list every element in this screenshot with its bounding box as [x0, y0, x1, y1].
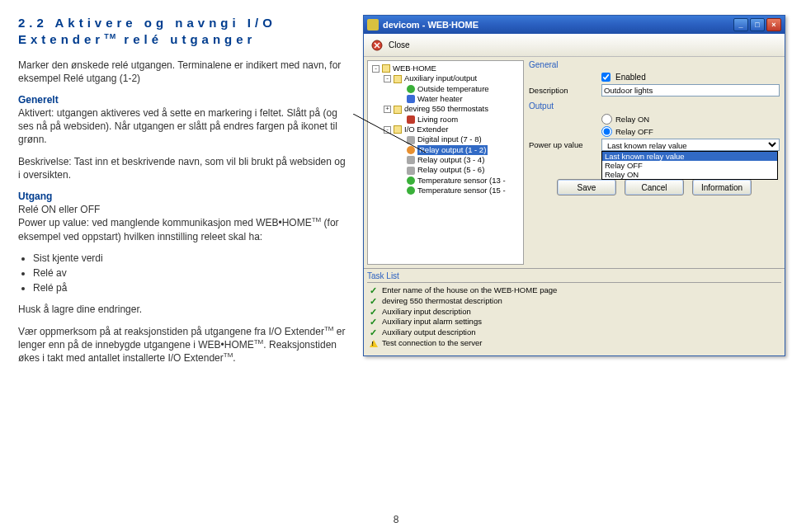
toolbar: Close: [364, 34, 785, 57]
check-icon: ✓: [369, 286, 378, 295]
tree-expand-icon[interactable]: -: [384, 75, 391, 82]
tree-item[interactable]: Living room: [370, 115, 521, 125]
check-icon: ✓: [369, 318, 378, 327]
tree-node-label: Temperature sensor (15 -: [417, 186, 506, 195]
enabled-checkbox[interactable]: [601, 73, 610, 82]
relay-off-radio[interactable]: [601, 126, 612, 137]
general-group-title: General: [529, 60, 780, 69]
task-item[interactable]: ✓Auxiliary output description: [367, 327, 781, 338]
relay-on-radio[interactable]: [601, 114, 612, 125]
task-item[interactable]: ✓Enter name of the house on the WEB·HOME…: [367, 285, 781, 296]
tree-item[interactable]: Temperature sensor (13 -: [370, 176, 521, 186]
generelt-body: Aktivert: utgangen aktiveres ved å sette…: [18, 107, 337, 145]
description-label: Description: [529, 86, 596, 95]
dropdown-option[interactable]: Relay ON: [602, 170, 777, 179]
tree-expand-icon[interactable]: -: [372, 65, 380, 73]
tree-node-icon: [407, 146, 415, 154]
tree-node-icon: [394, 125, 402, 134]
tree-node-label: I/O Extender: [404, 125, 448, 134]
tree-node-icon: [407, 186, 415, 195]
tree-item[interactable]: -WEB·HOME: [370, 64, 521, 73]
page-number: 8: [394, 514, 399, 525]
information-button[interactable]: Information: [692, 179, 752, 195]
dropdown-option[interactable]: Last known relay value: [602, 152, 777, 161]
app-window: devicom - WEB·HOME _ □ × Close -WEB·HOME…: [363, 15, 785, 356]
tree-node-label: Relay output (3 - 4): [417, 155, 484, 165]
tree-item[interactable]: Relay output (3 - 4): [370, 155, 521, 165]
tree-node-icon: [407, 95, 415, 103]
document-left-column: 2.2 Aktivere og navngi I/O ExtenderTM re…: [18, 15, 348, 373]
paragraph-husk: Husk å lagre dine endringer.: [18, 303, 348, 316]
tree-node-label: Living room: [417, 115, 458, 125]
tree-node-label: Relay output (1 - 2): [417, 145, 488, 155]
minimize-button[interactable]: _: [733, 18, 748, 31]
powerup-dropdown-list[interactable]: Last known relay value Relay OFF Relay O…: [601, 151, 778, 180]
note-d: .: [233, 352, 235, 364]
paragraph-beskrivelse: Beskrivelse: Tast inn et beskrivende nav…: [18, 155, 348, 181]
tree-node-label: devireg 550 thermostats: [404, 104, 488, 114]
tree-node-icon: [394, 75, 402, 83]
tree-view[interactable]: -WEB·HOME-Auxiliary input/outputOutside …: [367, 60, 524, 265]
tree-item[interactable]: Relay output (1 - 2): [370, 145, 521, 155]
tm-sup: TM: [224, 351, 233, 359]
list-item: Sist kjente verdi: [33, 252, 348, 265]
tree-node-icon: [407, 115, 415, 124]
task-item[interactable]: ✓devireg 550 thermostat description: [367, 296, 781, 307]
tree-item[interactable]: Digital input (7 - 8): [370, 134, 521, 144]
tree-item[interactable]: -Auxiliary input/output: [370, 73, 521, 83]
tree-node-label: Digital input (7 - 8): [417, 134, 482, 144]
app-icon: [367, 19, 379, 31]
tree-node-icon: [407, 85, 415, 93]
task-label: devireg 550 thermostat description: [382, 296, 502, 307]
close-icon[interactable]: [370, 39, 384, 52]
task-label: Enter name of the house on the WEB·HOME …: [382, 285, 557, 296]
list-item: Relé av: [33, 266, 348, 280]
window-title: devicom - WEB·HOME: [383, 20, 733, 30]
powerup-select[interactable]: Last known relay value: [601, 139, 780, 151]
tm-sup: TM: [324, 325, 334, 332]
tm-sup: TM: [254, 338, 264, 346]
tree-item[interactable]: -I/O Extender: [370, 125, 521, 134]
tree-item[interactable]: Water heater: [370, 94, 521, 104]
tree-item[interactable]: +devireg 550 thermostats: [370, 104, 521, 114]
check-icon: ✓: [369, 308, 378, 317]
tree-node-label: Outside temperature: [417, 84, 489, 94]
cancel-button[interactable]: Cancel: [625, 179, 684, 195]
tree-node-label: Auxiliary input/output: [404, 73, 477, 83]
utgang-body2a: Power up value: ved manglende kommunikas…: [18, 217, 312, 228]
powerup-label: Power up value: [529, 140, 596, 149]
toolbar-close-label[interactable]: Close: [389, 40, 410, 49]
titlebar[interactable]: devicom - WEB·HOME _ □ ×: [364, 16, 785, 34]
generelt-head: Generelt: [18, 94, 59, 106]
tree-node-icon: [382, 64, 390, 73]
description-input[interactable]: [601, 84, 780, 97]
list-item: Relé på: [33, 281, 348, 294]
output-group-title: Output: [529, 101, 780, 111]
maximize-button[interactable]: □: [750, 18, 765, 31]
save-button[interactable]: Save: [557, 179, 616, 195]
tree-expand-icon[interactable]: +: [384, 106, 391, 113]
tree-node-label: Water heater: [417, 94, 463, 104]
tree-expand-icon[interactable]: -: [384, 126, 391, 134]
dropdown-option[interactable]: Relay OFF: [602, 161, 777, 170]
task-list-header: Task List: [367, 271, 781, 283]
task-item[interactable]: ✓Auxiliary input description: [367, 307, 781, 318]
utgang-head: Utgang: [18, 191, 52, 202]
heading-sup: TM: [104, 32, 116, 40]
note-a: Vær oppmerksom på at reaksjonstiden på u…: [18, 326, 324, 337]
tree-node-label: WEB·HOME: [393, 64, 436, 73]
tree-item[interactable]: Relay output (5 - 6): [370, 165, 521, 175]
relay-off-label: Relay OFF: [615, 127, 653, 136]
task-item[interactable]: ✓Auxiliary input alarm settings: [367, 317, 781, 327]
tree-item[interactable]: Outside temperature: [370, 84, 521, 94]
check-icon: ✓: [369, 297, 378, 306]
tree-node-icon: [407, 177, 415, 185]
tree-node-icon: [394, 106, 402, 114]
paragraph-intro: Marker den ønskede relé utgangen. Termin…: [18, 59, 348, 85]
task-list-pane: Task List ✓Enter name of the house on th…: [364, 268, 785, 355]
task-item[interactable]: Test connection to the server: [367, 338, 781, 349]
tree-item[interactable]: Temperature sensor (15 -: [370, 186, 521, 195]
paragraph-utgang: Utgang Relé ON eller OFF Power up value:…: [18, 190, 348, 243]
heading-text-b: relé utganger: [116, 32, 256, 46]
close-window-button[interactable]: ×: [766, 18, 781, 31]
